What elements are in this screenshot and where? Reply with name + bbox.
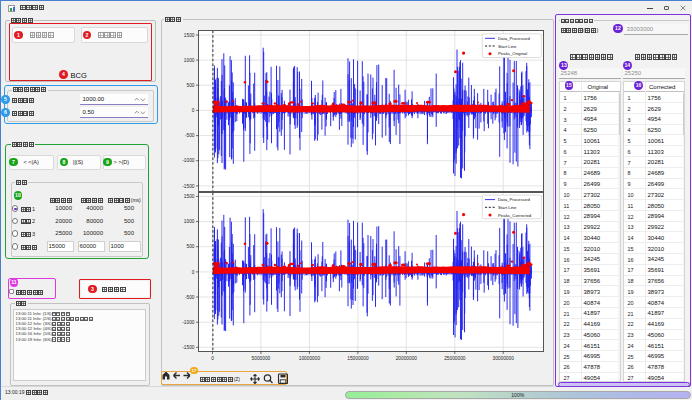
svg-text:Start Line: Start Line (498, 205, 517, 210)
svg-text:20000000: 20000000 (396, 356, 418, 361)
svg-text:0: 0 (211, 356, 214, 361)
svg-text:1000: 1000 (184, 58, 195, 63)
svg-text:Peaks_Original: Peaks_Original (498, 51, 527, 56)
svg-text:5000000: 5000000 (252, 356, 271, 361)
svg-text:-1000: -1000 (182, 158, 195, 163)
svg-text:0: 0 (192, 270, 195, 275)
svg-text:-1500: -1500 (182, 345, 195, 350)
svg-text:-1000: -1000 (182, 320, 195, 325)
svg-text:10000000: 10000000 (299, 356, 321, 361)
svg-text:25000000: 25000000 (444, 356, 466, 361)
svg-text:Data_Processed: Data_Processed (498, 197, 530, 202)
svg-text:-500: -500 (185, 295, 195, 300)
svg-text:1500: 1500 (184, 33, 195, 38)
svg-text:Start Line: Start Line (498, 44, 517, 49)
svg-text:Peaks_Corrected: Peaks_Corrected (498, 213, 532, 218)
svg-text:-1500: -1500 (182, 184, 195, 189)
svg-text:Data_Processed: Data_Processed (498, 36, 530, 41)
svg-text:15000000: 15000000 (347, 356, 369, 361)
svg-text:-500: -500 (185, 133, 195, 138)
svg-text:30000000: 30000000 (493, 356, 515, 361)
svg-text:500: 500 (186, 244, 194, 249)
svg-text:1500: 1500 (184, 194, 195, 199)
svg-text:1000: 1000 (184, 219, 195, 224)
svg-text:500: 500 (186, 83, 194, 88)
svg-text:0: 0 (192, 108, 195, 113)
